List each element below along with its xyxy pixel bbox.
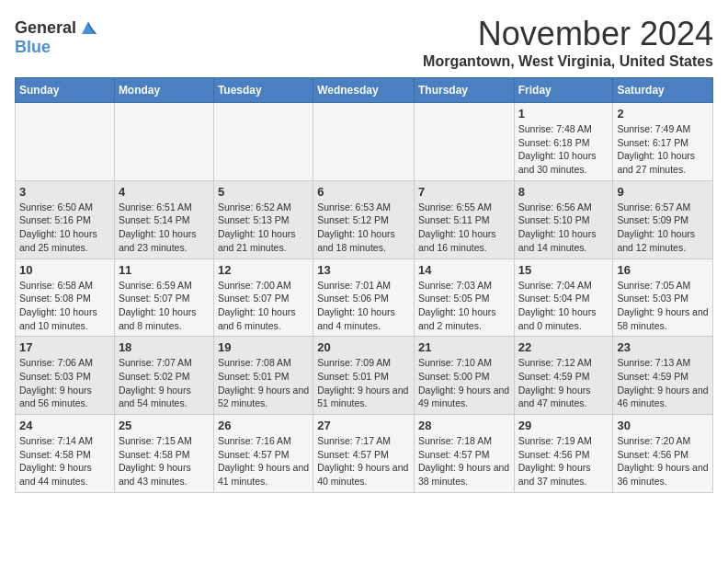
day-info: Sunrise: 7:12 AMSunset: 4:59 PMDaylight:…	[518, 356, 609, 410]
col-header-friday: Friday	[514, 78, 613, 103]
day-number: 22	[518, 340, 609, 354]
day-info: Sunrise: 6:59 AMSunset: 5:07 PMDaylight:…	[119, 279, 210, 333]
calendar-cell: 15Sunrise: 7:04 AMSunset: 5:04 PMDayligh…	[514, 259, 613, 337]
calendar-header-row: SundayMondayTuesdayWednesdayThursdayFrid…	[16, 78, 713, 103]
day-number: 2	[617, 107, 709, 121]
day-info: Sunrise: 7:48 AMSunset: 6:18 PMDaylight:…	[518, 122, 609, 177]
day-number: 30	[617, 419, 709, 432]
day-number: 20	[317, 340, 410, 354]
calendar-cell: 9Sunrise: 6:57 AMSunset: 5:09 PMDaylight…	[613, 180, 713, 259]
day-info: Sunrise: 6:51 AMSunset: 5:14 PMDaylight:…	[119, 201, 210, 255]
col-header-monday: Monday	[114, 78, 213, 103]
day-info: Sunrise: 7:17 AMSunset: 4:57 PMDaylight:…	[317, 434, 410, 488]
day-info: Sunrise: 7:49 AMSunset: 6:17 PMDaylight:…	[617, 122, 709, 177]
calendar-table: SundayMondayTuesdayWednesdayThursdayFrid…	[15, 77, 713, 493]
calendar-cell: 5Sunrise: 6:52 AMSunset: 5:13 PMDaylight…	[213, 180, 313, 259]
day-info: Sunrise: 7:08 AMSunset: 5:01 PMDaylight:…	[218, 356, 309, 410]
calendar-week-row: 3Sunrise: 6:50 AMSunset: 5:16 PMDaylight…	[16, 180, 713, 259]
calendar-cell: 7Sunrise: 6:55 AMSunset: 5:11 PMDaylight…	[414, 180, 514, 259]
calendar-cell: 22Sunrise: 7:12 AMSunset: 4:59 PMDayligh…	[514, 337, 613, 415]
day-number: 14	[418, 263, 510, 277]
day-info: Sunrise: 7:00 AMSunset: 5:07 PMDaylight:…	[218, 279, 309, 333]
calendar-cell: 25Sunrise: 7:15 AMSunset: 4:58 PMDayligh…	[114, 415, 213, 493]
day-info: Sunrise: 7:16 AMSunset: 4:57 PMDaylight:…	[218, 434, 309, 488]
calendar-cell: 27Sunrise: 7:17 AMSunset: 4:57 PMDayligh…	[313, 415, 415, 493]
calendar-cell: 30Sunrise: 7:20 AMSunset: 4:56 PMDayligh…	[613, 415, 713, 493]
day-info: Sunrise: 6:58 AMSunset: 5:08 PMDaylight:…	[19, 279, 110, 333]
col-header-sunday: Sunday	[16, 78, 115, 103]
day-number: 6	[317, 185, 410, 199]
day-info: Sunrise: 6:57 AMSunset: 5:09 PMDaylight:…	[617, 201, 709, 255]
day-info: Sunrise: 7:07 AMSunset: 5:02 PMDaylight:…	[119, 356, 210, 410]
col-header-tuesday: Tuesday	[213, 78, 313, 103]
logo-blue-text: Blue	[15, 38, 51, 56]
day-number: 19	[218, 340, 309, 354]
calendar-cell: 19Sunrise: 7:08 AMSunset: 5:01 PMDayligh…	[213, 337, 313, 415]
day-info: Sunrise: 7:09 AMSunset: 5:01 PMDaylight:…	[317, 356, 410, 410]
calendar-cell	[414, 103, 514, 181]
day-info: Sunrise: 7:19 AMSunset: 4:56 PMDaylight:…	[518, 434, 609, 488]
day-info: Sunrise: 6:50 AMSunset: 5:16 PMDaylight:…	[19, 201, 110, 255]
calendar-cell: 17Sunrise: 7:06 AMSunset: 5:03 PMDayligh…	[16, 337, 115, 415]
calendar-cell: 28Sunrise: 7:18 AMSunset: 4:57 PMDayligh…	[414, 415, 514, 493]
calendar-cell	[16, 103, 115, 181]
calendar-cell: 12Sunrise: 7:00 AMSunset: 5:07 PMDayligh…	[213, 259, 313, 337]
calendar-cell: 20Sunrise: 7:09 AMSunset: 5:01 PMDayligh…	[313, 337, 415, 415]
day-number: 12	[218, 263, 309, 277]
page-header: General Blue November 2024 Morgantown, W…	[15, 15, 713, 70]
calendar-week-row: 24Sunrise: 7:14 AMSunset: 4:58 PMDayligh…	[16, 415, 713, 493]
logo-triangle-icon	[78, 17, 98, 38]
calendar-cell: 8Sunrise: 6:56 AMSunset: 5:10 PMDaylight…	[514, 180, 613, 259]
col-header-wednesday: Wednesday	[313, 78, 415, 103]
day-number: 17	[19, 340, 110, 354]
title-section: November 2024 Morgantown, West Virginia,…	[423, 15, 713, 70]
calendar-cell: 14Sunrise: 7:03 AMSunset: 5:05 PMDayligh…	[414, 259, 514, 337]
day-number: 1	[518, 107, 609, 121]
day-info: Sunrise: 6:53 AMSunset: 5:12 PMDaylight:…	[317, 201, 410, 255]
calendar-cell: 6Sunrise: 6:53 AMSunset: 5:12 PMDaylight…	[313, 180, 415, 259]
day-number: 23	[617, 340, 709, 354]
calendar-cell: 10Sunrise: 6:58 AMSunset: 5:08 PMDayligh…	[16, 259, 115, 337]
calendar-week-row: 10Sunrise: 6:58 AMSunset: 5:08 PMDayligh…	[16, 259, 713, 337]
calendar-week-row: 1Sunrise: 7:48 AMSunset: 6:18 PMDaylight…	[16, 103, 713, 181]
day-number: 21	[418, 340, 510, 354]
day-info: Sunrise: 7:13 AMSunset: 4:59 PMDaylight:…	[617, 356, 709, 410]
calendar-cell: 1Sunrise: 7:48 AMSunset: 6:18 PMDaylight…	[514, 103, 613, 181]
calendar-cell: 4Sunrise: 6:51 AMSunset: 5:14 PMDaylight…	[114, 180, 213, 259]
calendar-cell	[213, 103, 313, 181]
calendar-week-row: 17Sunrise: 7:06 AMSunset: 5:03 PMDayligh…	[16, 337, 713, 415]
day-number: 24	[19, 419, 110, 432]
calendar-cell: 26Sunrise: 7:16 AMSunset: 4:57 PMDayligh…	[213, 415, 313, 493]
calendar-cell	[313, 103, 415, 181]
day-number: 10	[19, 263, 110, 277]
day-info: Sunrise: 6:56 AMSunset: 5:10 PMDaylight:…	[518, 201, 609, 255]
day-number: 29	[518, 419, 609, 432]
day-number: 18	[119, 340, 210, 354]
day-number: 15	[518, 263, 609, 277]
col-header-thursday: Thursday	[414, 78, 514, 103]
calendar-cell: 29Sunrise: 7:19 AMSunset: 4:56 PMDayligh…	[514, 415, 613, 493]
day-number: 7	[418, 185, 510, 199]
day-info: Sunrise: 7:14 AMSunset: 4:58 PMDaylight:…	[19, 434, 110, 488]
day-number: 9	[617, 185, 709, 199]
day-number: 26	[218, 419, 309, 432]
calendar-cell: 11Sunrise: 6:59 AMSunset: 5:07 PMDayligh…	[114, 259, 213, 337]
day-number: 8	[518, 185, 609, 199]
calendar-cell: 21Sunrise: 7:10 AMSunset: 5:00 PMDayligh…	[414, 337, 514, 415]
calendar-cell: 23Sunrise: 7:13 AMSunset: 4:59 PMDayligh…	[613, 337, 713, 415]
day-number: 11	[119, 263, 210, 277]
day-info: Sunrise: 7:01 AMSunset: 5:06 PMDaylight:…	[317, 279, 410, 333]
logo: General Blue	[15, 18, 98, 57]
day-info: Sunrise: 7:03 AMSunset: 5:05 PMDaylight:…	[418, 279, 510, 333]
day-number: 4	[119, 185, 210, 199]
location-text: Morgantown, West Virginia, United States	[423, 53, 713, 70]
day-info: Sunrise: 6:52 AMSunset: 5:13 PMDaylight:…	[218, 201, 309, 255]
day-number: 13	[317, 263, 410, 277]
day-info: Sunrise: 7:20 AMSunset: 4:56 PMDaylight:…	[617, 434, 709, 488]
day-info: Sunrise: 7:10 AMSunset: 5:00 PMDaylight:…	[418, 356, 510, 410]
day-info: Sunrise: 7:18 AMSunset: 4:57 PMDaylight:…	[418, 434, 510, 488]
day-info: Sunrise: 7:15 AMSunset: 4:58 PMDaylight:…	[119, 434, 210, 488]
logo-general-text: General	[15, 18, 76, 38]
calendar-cell: 24Sunrise: 7:14 AMSunset: 4:58 PMDayligh…	[16, 415, 115, 493]
calendar-cell: 2Sunrise: 7:49 AMSunset: 6:17 PMDaylight…	[613, 103, 713, 181]
